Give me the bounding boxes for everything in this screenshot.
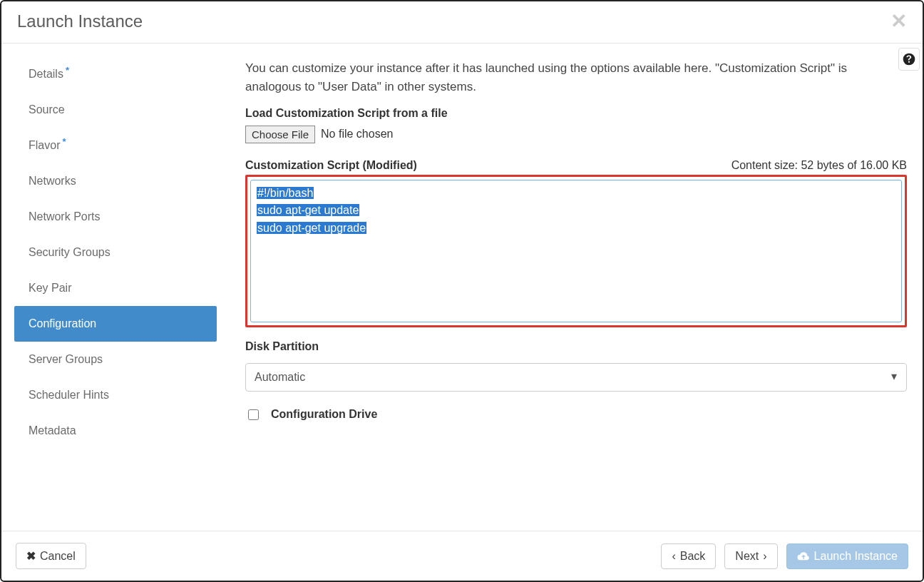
modal-header: Launch Instance ✕ <box>1 1 923 44</box>
close-icon[interactable]: ✕ <box>890 11 907 31</box>
sidebar-item-flavor[interactable]: Flavor* <box>14 128 217 163</box>
sidebar-item-label: Server Groups <box>29 353 103 366</box>
back-button-label: Back <box>680 550 706 563</box>
modal-footer: ✖ Cancel ‹ Back Next › Launch Instance <box>1 531 923 581</box>
disk-partition-select[interactable]: Automatic <box>245 363 907 392</box>
sidebar-item-scheduler-hints[interactable]: Scheduler Hints <box>14 377 217 413</box>
modal-body: Details* Source Flavor* Networks Network… <box>1 44 923 531</box>
modal-title: Launch Instance <box>17 11 143 31</box>
script-line: sudo apt-get upgrade <box>257 222 366 234</box>
script-highlight-box: #!/bin/bashsudo apt-get updatesudo apt-g… <box>245 175 907 327</box>
disk-partition-label: Disk Partition <box>245 340 907 353</box>
chevron-left-icon: ‹ <box>672 550 675 563</box>
sidebar-item-networks[interactable]: Networks <box>14 163 217 199</box>
sidebar-item-label: Network Ports <box>29 210 100 223</box>
next-button-label: Next <box>735 550 759 563</box>
load-script-label: Load Customization Script from a file <box>245 107 907 120</box>
chevron-right-icon: › <box>763 550 766 563</box>
file-input-row: Choose File No file chosen <box>245 126 907 143</box>
footer-right-buttons: ‹ Back Next › Launch Instance <box>661 543 908 569</box>
sidebar-item-label: Details <box>29 68 63 81</box>
question-circle-icon <box>902 52 916 66</box>
required-star-icon: * <box>66 65 69 76</box>
config-drive-row: Configuration Drive <box>245 407 907 422</box>
configuration-panel: You can customize your instance after it… <box>230 44 923 531</box>
cloud-upload-icon <box>797 551 810 561</box>
required-star-icon: * <box>62 136 66 147</box>
help-button[interactable] <box>898 48 920 71</box>
sidebar-item-label: Key Pair <box>29 282 71 295</box>
config-drive-label: Configuration Drive <box>271 408 377 421</box>
cancel-button-label: Cancel <box>40 550 76 563</box>
next-button[interactable]: Next › <box>724 543 777 569</box>
wizard-sidebar: Details* Source Flavor* Networks Network… <box>1 44 230 531</box>
sidebar-item-details[interactable]: Details* <box>14 56 217 92</box>
panel-intro-text: You can customize your instance after it… <box>245 59 887 97</box>
sidebar-item-label: Configuration <box>29 317 96 330</box>
script-header-row: Customization Script (Modified) Content … <box>245 159 907 172</box>
customization-script-label: Customization Script (Modified) <box>245 159 417 172</box>
script-line: sudo apt-get update <box>257 204 359 216</box>
back-button[interactable]: ‹ Back <box>661 543 716 569</box>
sidebar-item-label: Scheduler Hints <box>29 389 109 402</box>
sidebar-item-security-groups[interactable]: Security Groups <box>14 235 217 270</box>
disk-partition-select-wrap: Automatic ▾ <box>245 359 907 392</box>
sidebar-item-configuration[interactable]: Configuration <box>14 306 217 342</box>
script-line: #!/bin/bash <box>257 187 314 199</box>
config-drive-checkbox[interactable] <box>248 409 259 420</box>
launch-instance-button[interactable]: Launch Instance <box>786 543 908 569</box>
choose-file-button[interactable]: Choose File <box>245 126 315 143</box>
file-status-text: No file chosen <box>321 128 393 141</box>
x-icon: ✖ <box>26 549 36 563</box>
sidebar-item-label: Source <box>29 103 65 116</box>
customization-script-input[interactable]: #!/bin/bashsudo apt-get updatesudo apt-g… <box>250 180 902 322</box>
launch-button-label: Launch Instance <box>814 550 898 563</box>
content-size-text: Content size: 52 bytes of 16.00 KB <box>732 159 907 172</box>
sidebar-item-label: Flavor <box>29 139 60 152</box>
launch-instance-modal: Launch Instance ✕ Details* Source Flavor… <box>0 0 924 582</box>
sidebar-item-server-groups[interactable]: Server Groups <box>14 342 217 377</box>
sidebar-item-source[interactable]: Source <box>14 92 217 128</box>
sidebar-item-label: Metadata <box>29 424 76 437</box>
sidebar-item-metadata[interactable]: Metadata <box>14 413 217 449</box>
sidebar-item-key-pair[interactable]: Key Pair <box>14 270 217 306</box>
cancel-button[interactable]: ✖ Cancel <box>16 543 86 569</box>
sidebar-item-label: Networks <box>29 175 76 188</box>
sidebar-item-label: Security Groups <box>29 246 111 259</box>
sidebar-item-network-ports[interactable]: Network Ports <box>14 199 217 235</box>
